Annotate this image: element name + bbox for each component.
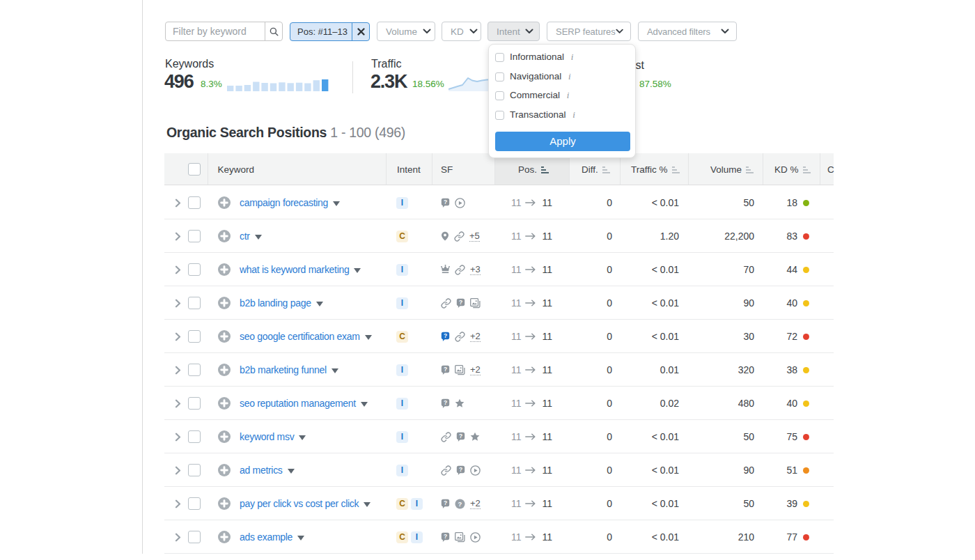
svg-text:?: ? xyxy=(459,432,462,439)
svg-text:?: ? xyxy=(459,298,462,305)
svg-text:?: ? xyxy=(444,499,447,506)
svg-text:?: ? xyxy=(459,465,462,472)
svg-text:?: ? xyxy=(444,198,447,205)
svg-text:?: ? xyxy=(444,365,447,372)
svg-text:?: ? xyxy=(444,332,447,339)
svg-text:?: ? xyxy=(444,532,447,539)
svg-text:?: ? xyxy=(444,398,447,405)
svg-text:?: ? xyxy=(458,499,462,507)
